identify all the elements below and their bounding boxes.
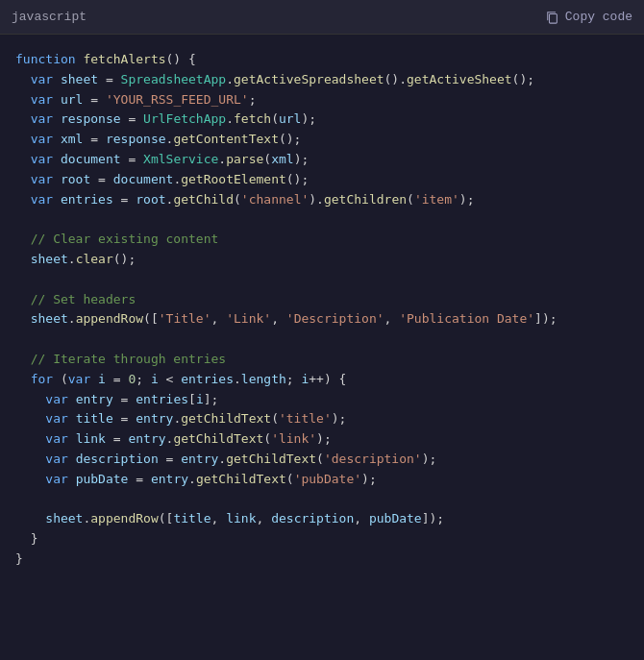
code-block: function fetchAlerts() { var sheet = Spr… <box>15 50 629 570</box>
copy-code-button[interactable]: Copy code <box>546 10 632 24</box>
code-window: javascript Copy code function fetchAlert… <box>0 0 644 660</box>
code-body: function fetchAlerts() { var sheet = Spr… <box>0 35 644 593</box>
copy-label: Copy code <box>565 10 632 24</box>
language-label: javascript <box>12 10 87 24</box>
toolbar: javascript Copy code <box>0 0 644 35</box>
svg-rect-0 <box>549 13 557 23</box>
copy-icon <box>546 11 559 24</box>
